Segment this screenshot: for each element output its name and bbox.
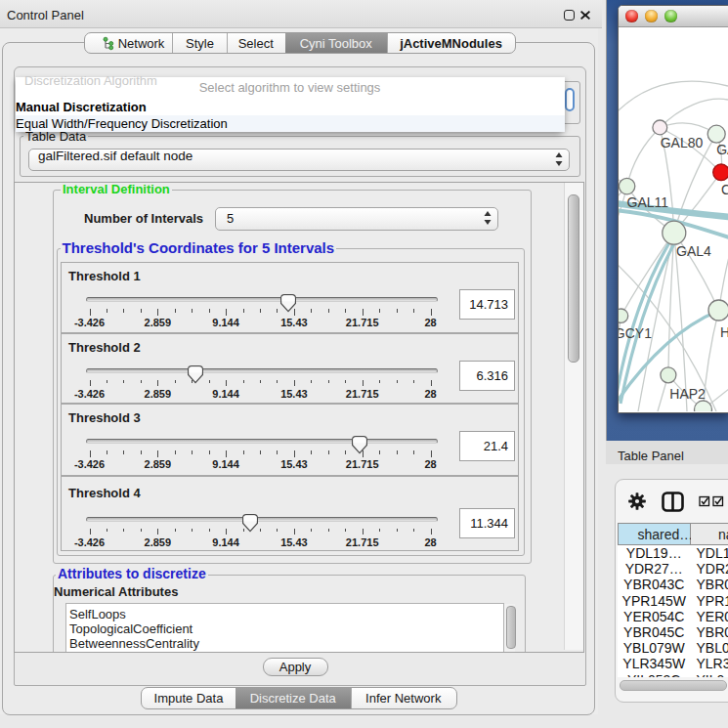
- svg-text:GAL11: GAL11: [626, 194, 668, 210]
- svg-text:GAL4: GAL4: [676, 242, 711, 258]
- svg-text:GCY1: GCY1: [619, 324, 652, 340]
- svg-text:HAP2: HAP2: [669, 386, 706, 402]
- svg-text:C: C: [720, 182, 728, 197]
- svg-text:GAL80: GAL80: [660, 135, 703, 150]
- svg-text:H: H: [720, 323, 728, 339]
- svg-text:GA: GA: [716, 142, 728, 157]
